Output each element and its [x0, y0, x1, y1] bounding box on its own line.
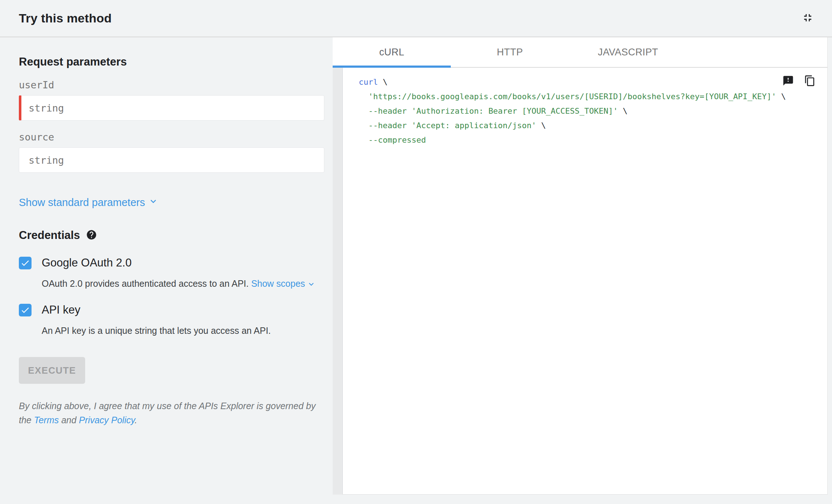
source-input[interactable]	[19, 147, 324, 173]
disclaimer-text: By clicking above, I agree that my use o…	[19, 399, 326, 427]
fullscreen-exit-icon	[802, 12, 814, 25]
credential-option-oauth: Google OAuth 2.0 OAuth 2.0 provides auth…	[19, 256, 324, 289]
source-label: source	[19, 131, 324, 143]
apikey-description: An API key is a unique string that lets …	[42, 326, 324, 336]
apikey-checkbox[interactable]	[19, 304, 32, 316]
disclaimer-suffix: .	[135, 415, 137, 425]
field-userid: userId	[19, 79, 324, 121]
show-standard-parameters-label: Show standard parameters	[19, 197, 145, 209]
request-form-panel: Request parameters userId source Show st…	[0, 37, 333, 504]
oauth-description: OAuth 2.0 provides authenticated access …	[42, 278, 324, 289]
code-block: curl \ 'https://books.googleapis.com/boo…	[359, 75, 819, 147]
terms-link[interactable]: Terms	[34, 415, 59, 425]
code-card: curl \ 'https://books.googleapis.com/boo…	[342, 68, 828, 495]
disclaimer-middle: and	[59, 415, 79, 425]
scrollbar-track[interactable]	[333, 68, 342, 495]
try-this-method-panel: Try this method Request parameters userI…	[0, 0, 832, 504]
help-icon[interactable]	[86, 229, 97, 242]
privacy-policy-link[interactable]: Privacy Policy	[79, 415, 135, 425]
tab-curl[interactable]: cURL	[333, 37, 451, 67]
tab-javascript[interactable]: JAVASCRIPT	[569, 37, 687, 67]
panel-bottom-spacer	[333, 495, 828, 504]
code-language-tabs: cURL HTTP JAVASCRIPT	[333, 37, 828, 68]
show-standard-parameters-link[interactable]: Show standard parameters	[19, 196, 159, 209]
userid-input[interactable]	[19, 95, 324, 121]
oauth-checkbox[interactable]	[19, 257, 32, 269]
feedback-icon	[782, 75, 794, 88]
code-sample-panel: cURL HTTP JAVASCRIPT	[333, 37, 828, 504]
copy-button[interactable]	[803, 74, 817, 89]
chevron-down-icon	[307, 278, 316, 289]
panel-header: Try this method	[0, 0, 832, 37]
tab-http[interactable]: HTTP	[451, 37, 569, 67]
panel-title: Try this method	[19, 11, 112, 25]
field-source: source	[19, 131, 324, 173]
credentials-heading: Credentials	[19, 229, 80, 242]
chevron-down-icon	[148, 196, 159, 209]
apikey-label: API key	[42, 303, 80, 316]
copy-icon	[804, 75, 816, 88]
execute-button[interactable]: EXECUTE	[19, 357, 85, 384]
right-margin	[828, 37, 832, 504]
show-scopes-link[interactable]: Show scopes	[251, 278, 316, 289]
feedback-button[interactable]	[781, 74, 795, 89]
oauth-description-text: OAuth 2.0 provides authenticated access …	[42, 278, 251, 289]
show-scopes-label: Show scopes	[251, 278, 305, 289]
oauth-label: Google OAuth 2.0	[42, 256, 132, 269]
credential-option-apikey: API key An API key is a unique string th…	[19, 303, 324, 336]
userid-label: userId	[19, 79, 324, 91]
collapse-button[interactable]	[800, 10, 815, 26]
request-parameters-heading: Request parameters	[19, 55, 324, 68]
